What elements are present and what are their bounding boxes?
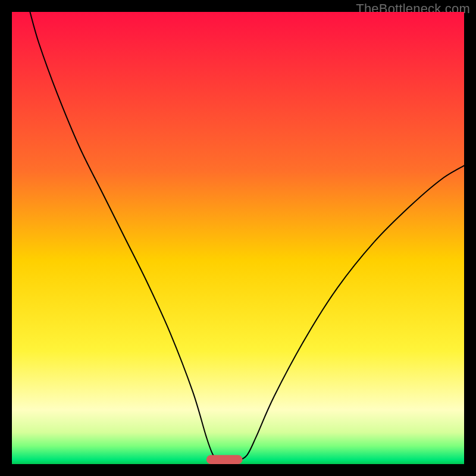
chart-frame: TheBottleneck.com (0, 0, 476, 476)
minimum-marker (206, 455, 243, 464)
bottleneck-curve-chart (12, 12, 464, 464)
gradient-background (12, 12, 464, 464)
plot-area (12, 12, 464, 464)
